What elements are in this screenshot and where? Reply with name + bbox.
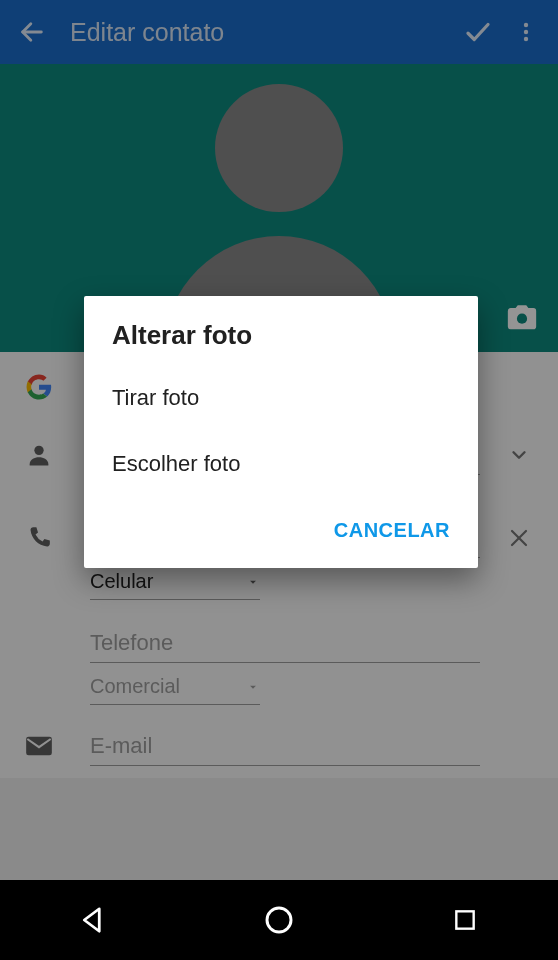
cancel-button[interactable]: CANCELAR <box>324 513 460 548</box>
take-photo-option[interactable]: Tirar foto <box>84 365 478 431</box>
dialog-title: Alterar foto <box>84 320 478 365</box>
svg-rect-10 <box>456 911 473 928</box>
nav-home-button[interactable] <box>249 890 309 950</box>
change-photo-dialog: Alterar foto Tirar foto Escolher foto CA… <box>84 296 478 568</box>
nav-back-button[interactable] <box>63 890 123 950</box>
svg-point-9 <box>267 908 291 932</box>
nav-recents-button[interactable] <box>435 890 495 950</box>
android-nav-bar <box>0 880 558 960</box>
choose-photo-option[interactable]: Escolher foto <box>84 431 478 497</box>
